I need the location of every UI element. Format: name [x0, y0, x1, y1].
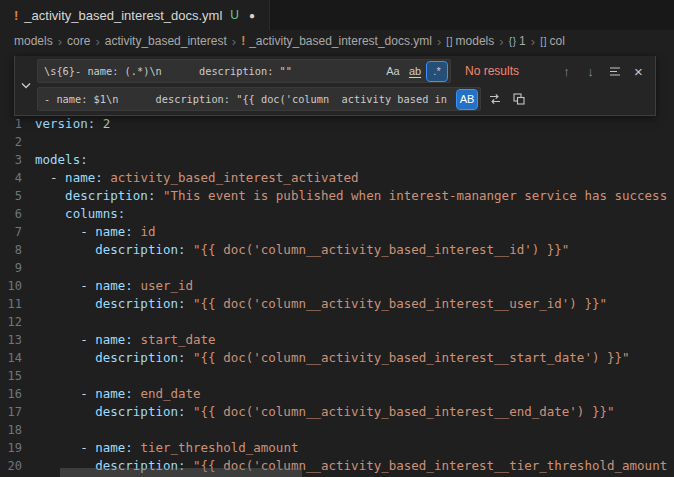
line-content: - name: start_date — [35, 331, 216, 349]
code-token: end_date — [140, 386, 200, 401]
code-token — [35, 350, 95, 365]
editor-tab[interactable]: ! _activity_based_interest_docs.yml U ● — [0, 0, 270, 30]
close-button[interactable]: × — [628, 61, 649, 82]
horizontal-scrollbar[interactable] — [60, 468, 302, 477]
code-token — [35, 242, 95, 257]
code-line-14[interactable]: 14 description: "{{ doc('column__activit… — [0, 349, 674, 367]
next-match-button[interactable]: ↓ — [580, 61, 601, 82]
breadcrumb-separator: › — [499, 34, 503, 49]
replace-input[interactable]: - name: $1\n description: "{{ doc('colum… — [37, 87, 481, 111]
find-row: \s{6}- name: (.*)\n description: "" Aa a… — [37, 59, 649, 83]
line-number: 18 — [0, 421, 22, 439]
code-line-17[interactable]: 17 description: "{{ doc('column__activit… — [0, 403, 674, 421]
code-token: - — [35, 440, 95, 455]
code-line-9[interactable]: 9 — [0, 259, 674, 277]
code-line-10[interactable]: 10 - name: user_id — [0, 277, 674, 295]
code-line-2[interactable]: 2 — [0, 133, 674, 151]
code-token: - — [35, 278, 95, 293]
code-line-5[interactable]: 5 description: "This event is published … — [0, 187, 674, 205]
code-token — [155, 188, 163, 203]
line-number: 6 — [0, 205, 22, 223]
line-number: 8 — [0, 241, 22, 259]
breadcrumb-item--activity-based-interest-docs-yml[interactable]: !_activity_based_interest_docs.yml — [241, 34, 432, 48]
replace-button[interactable] — [484, 89, 505, 110]
code-token: user_id — [140, 278, 193, 293]
code-token — [186, 404, 194, 419]
code-line-15[interactable]: 15 — [0, 367, 674, 385]
code-line-1[interactable]: 1version: 2 — [0, 115, 674, 133]
code-line-19[interactable]: 19 - name: tier_threshold_amount — [0, 439, 674, 457]
find-input[interactable]: \s{6}- name: (.*)\n description: "" Aa a… — [37, 59, 451, 83]
code-token: name: — [95, 224, 133, 239]
breadcrumb-item-col[interactable]: [ ]col — [540, 34, 565, 48]
line-content: description: "{{ doc('column__activity_b… — [35, 349, 630, 367]
code-token: columns: — [65, 206, 125, 221]
breadcrumb-item-core[interactable]: core — [67, 34, 90, 48]
symbol-object-icon: { } — [509, 36, 515, 47]
code-token — [186, 242, 194, 257]
code-line-4[interactable]: 4 - name: activity_based_interest_activa… — [0, 169, 674, 187]
whole-word-button[interactable]: ab — [405, 62, 425, 81]
yaml-warning-file-icon: ! — [14, 8, 18, 23]
breadcrumb-item-activity-based-interest[interactable]: activity_based_interest — [105, 34, 227, 48]
find-query-text: \s{6}- name: (.*)\n description: "" — [44, 65, 381, 77]
code-token: description: — [95, 350, 185, 365]
line-number: 10 — [0, 277, 22, 295]
line-number: 4 — [0, 169, 22, 187]
breadcrumb-label: activity_based_interest — [105, 34, 227, 48]
code-line-8[interactable]: 8 description: "{{ doc('column__activity… — [0, 241, 674, 259]
breadcrumb-item-models[interactable]: models — [14, 34, 53, 48]
code-line-3[interactable]: 3models: — [0, 151, 674, 169]
code-token — [95, 116, 103, 131]
code-token: name: — [95, 278, 133, 293]
line-content: description: "{{ doc('column__activity_b… — [35, 403, 615, 421]
line-number: 5 — [0, 187, 22, 205]
code-token: - — [35, 386, 95, 401]
replace-value-text: - name: $1\n description: "{{ doc('colum… — [44, 93, 455, 105]
line-content: - name: activity_based_interest_activate… — [35, 169, 359, 187]
match-case-button[interactable]: Aa — [383, 62, 403, 81]
code-line-12[interactable]: 12 — [0, 313, 674, 331]
replace-all-icon — [512, 92, 526, 106]
breadcrumb-item-1[interactable]: { }1 — [509, 34, 526, 48]
code-token — [35, 296, 95, 311]
editor-pane: \s{6}- name: (.*)\n description: "" Aa a… — [0, 52, 674, 477]
code-token: "{{ doc('column__activity_based_interest… — [193, 404, 614, 419]
line-number: 2 — [0, 133, 22, 151]
code-line-16[interactable]: 16 - name: end_date — [0, 385, 674, 403]
breadcrumb-label: col — [549, 34, 564, 48]
line-number: 3 — [0, 151, 22, 169]
preserve-case-button[interactable]: AB — [457, 90, 477, 109]
code-token — [35, 404, 95, 419]
regex-button[interactable]: .* — [427, 62, 447, 81]
selection-lines-icon — [609, 66, 621, 77]
line-content: - name: tier_threshold_amount — [35, 439, 298, 457]
code-token: - — [35, 170, 65, 185]
code-token: - — [35, 332, 95, 347]
find-in-selection-button[interactable] — [604, 61, 625, 82]
breadcrumb-separator: › — [531, 34, 535, 49]
breadcrumb-item-models[interactable]: [ ]models — [446, 34, 494, 48]
line-content: description: "{{ doc('column__activity_b… — [35, 241, 569, 259]
code-token — [186, 350, 194, 365]
code-line-6[interactable]: 6 columns: — [0, 205, 674, 223]
breadcrumb-separator: › — [232, 34, 236, 49]
code-line-11[interactable]: 11 description: "{{ doc('column__activit… — [0, 295, 674, 313]
code-line-7[interactable]: 7 - name: id — [0, 223, 674, 241]
code-line-13[interactable]: 13 - name: start_date — [0, 331, 674, 349]
code-token: "{{ doc('column__activity_based_interest… — [193, 350, 630, 365]
code-line-18[interactable]: 18 — [0, 421, 674, 439]
code-token: name: — [95, 332, 133, 347]
code-token — [35, 188, 65, 203]
replace-all-button[interactable] — [508, 89, 529, 110]
find-replace-widget: \s{6}- name: (.*)\n description: "" Aa a… — [14, 56, 656, 116]
unsaved-changes-icon[interactable]: ● — [249, 10, 255, 21]
code-token: name: — [95, 440, 133, 455]
symbol-array-icon: [ ] — [540, 36, 545, 47]
chevron-down-icon — [21, 82, 31, 89]
previous-match-button[interactable]: ↑ — [556, 61, 577, 82]
toggle-replace-button[interactable] — [15, 59, 37, 111]
code-token: version: — [35, 116, 95, 131]
line-content: description: "{{ doc('column__activity_b… — [35, 295, 607, 313]
code-token: start_date — [140, 332, 215, 347]
